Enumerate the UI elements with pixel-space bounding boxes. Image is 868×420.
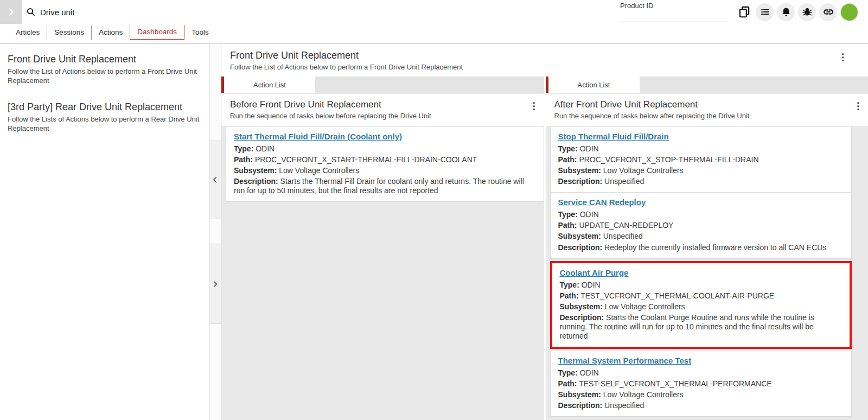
kebab-menu-icon[interactable]: ⋮ (838, 53, 847, 62)
expand-panel-button[interactable] (0, 0, 22, 24)
action-description: Description: Redeploy the currently inst… (558, 243, 844, 252)
sidebar-item-title: [3rd Party] Rear Drive Unit Replacement (8, 101, 201, 113)
sidebar-item-title: Front Drive Unit Replacement (8, 54, 201, 65)
link-icon[interactable] (819, 3, 837, 21)
before-action-list: Start Thermal Fluid Fill/Drain (Coolant … (221, 127, 544, 202)
status-circle[interactable] (840, 3, 858, 21)
sidebar-item-rear-drive-unit[interactable]: [3rd Party] Rear Drive Unit Replacement … (0, 98, 209, 138)
field-label: Description: (560, 313, 604, 322)
field-value: Unspecified (603, 232, 643, 240)
action-item-coolant-air-purge-highlighted: Coolant Air Purge Type: ODIN Path: TEST_… (550, 261, 852, 349)
before-column-body: Before Front Drive Unit Replacement Run … (221, 93, 544, 420)
top-header: Drive unit Product ID (0, 0, 868, 24)
field-value: Unspecified (604, 401, 644, 410)
search-bar[interactable]: Drive unit (26, 7, 74, 17)
action-description: Description: Starts the Coolant Purge Ro… (560, 313, 843, 341)
action-link[interactable]: Stop Thermal Fluid Fill/Drain (558, 132, 669, 141)
main-nav-tabs: Articles Sessions Actions Dashboards Too… (0, 24, 868, 44)
field-value: ODIN (580, 210, 599, 219)
action-link[interactable]: Start Thermal Fluid Fill/Drain (Coolant … (234, 132, 402, 141)
tab-articles[interactable]: Articles (9, 26, 47, 40)
field-value: Low Voltage Controllers (605, 302, 685, 311)
action-type: Type: ODIN (558, 368, 844, 378)
action-subsystem: Subsystem: Low Voltage Controllers (558, 166, 844, 175)
field-label: Type: (560, 281, 579, 289)
field-label: Path: (234, 155, 253, 164)
tab-actions[interactable]: Actions (91, 26, 130, 40)
action-path: Path: TEST-SELF_VCFRONT_X_THERMAL-PERFOR… (558, 379, 844, 389)
action-path: Path: PROC_VCFRONT_X_STOP-THERMAL-FILL-D… (558, 155, 844, 164)
field-label: Path: (560, 291, 579, 300)
field-value: Low Voltage Controllers (603, 390, 684, 399)
field-label: Subsystem: (558, 390, 601, 399)
before-tab-bar: Action List (221, 77, 544, 93)
panel-divider (209, 44, 221, 420)
notifications-bell-icon[interactable] (777, 3, 795, 21)
after-column-body: After Front Drive Unit Replacement Run t… (546, 93, 868, 420)
field-value: Low Voltage Controllers (279, 166, 359, 175)
card-description: Run the sequence of tasks below before r… (230, 112, 535, 120)
field-label: Path: (558, 155, 577, 164)
action-description: Description: Starts the Thermal Fill Dra… (234, 177, 536, 195)
card-description: Run the sequence of tasks below after re… (554, 112, 860, 120)
action-type: Type: ODIN (558, 210, 844, 219)
header-toolbar (736, 3, 858, 21)
field-label: Type: (558, 144, 578, 153)
action-subsystem: Subsystem: Low Voltage Controllers (560, 302, 843, 311)
action-link[interactable]: Coolant Air Purge (560, 268, 629, 277)
tab-tools[interactable]: Tools (184, 26, 216, 40)
search-query-text[interactable]: Drive unit (40, 8, 74, 17)
action-subsystem: Subsystem: Low Voltage Controllers (234, 166, 536, 175)
field-label: Subsystem: (558, 232, 601, 240)
field-value: ODIN (582, 281, 601, 289)
action-item-start-thermal: Start Thermal Fluid Fill/Drain (Coolant … (226, 127, 544, 202)
sidebar-item-description: Follow the List of Actions below to perf… (8, 67, 201, 85)
chevron-left-icon (212, 176, 218, 183)
kebab-menu-icon[interactable]: ⋮ (529, 101, 539, 111)
field-value: TEST_VCFRONT_X_THERMAL-COOLANT-AIR-PURGE (580, 291, 774, 300)
list-icon[interactable] (756, 3, 774, 21)
tab-dashboards[interactable]: Dashboards (130, 25, 184, 40)
field-label: Path: (558, 221, 577, 230)
chevron-right-icon (5, 6, 17, 18)
dashboard-description: Follow the List of Actions below to perf… (230, 63, 859, 71)
field-label: Type: (558, 368, 578, 377)
expand-sidebar-button[interactable] (209, 244, 221, 324)
copy-icon[interactable] (736, 4, 752, 20)
field-value: Low Voltage Controllers (603, 166, 684, 175)
product-id-input[interactable] (620, 12, 729, 22)
field-label: Path: (558, 379, 577, 388)
action-item-thermal-performance-test: Thermal System Performance Test Type: OD… (550, 351, 852, 417)
action-link[interactable]: Thermal System Performance Test (558, 356, 692, 365)
dashboard-main: Front Drive Unit Replacement Follow the … (221, 44, 868, 420)
bug-report-icon[interactable] (798, 3, 816, 21)
collapse-sidebar-button[interactable] (209, 141, 221, 219)
action-item-service-can-redeploy: Service CAN Redeploy Type: ODIN Path: UP… (550, 193, 852, 258)
field-value: ODIN (256, 144, 275, 153)
chevron-right-icon (212, 281, 218, 288)
field-value: PROC_VCFRONT_X_START-THERMAL-FILL-DRAIN-… (255, 155, 477, 164)
action-path: Path: TEST_VCFRONT_X_THERMAL-COOLANT-AIR… (560, 291, 843, 301)
tab-action-list-after[interactable]: Action List (548, 77, 640, 93)
card-title: Before Front Drive Unit Replacement (230, 99, 535, 110)
tab-action-list-before[interactable]: Action List (224, 77, 315, 93)
action-link[interactable]: Service CAN Redeploy (558, 198, 646, 207)
after-action-list: Stop Thermal Fluid Fill/Drain Type: ODIN… (546, 127, 868, 417)
field-label: Subsystem: (234, 166, 277, 175)
action-subsystem: Subsystem: Low Voltage Controllers (558, 390, 844, 399)
before-card-header: Before Front Drive Unit Replacement Run … (221, 94, 544, 127)
dashboard-header: Front Drive Unit Replacement Follow the … (221, 44, 868, 77)
field-value: TEST-SELF_VCFRONT_X_THERMAL-PERFORMANCE (579, 379, 772, 388)
dashboard-title: Front Drive Unit Replacement (230, 50, 859, 61)
column-after: Action List After Front Drive Unit Repla… (546, 77, 868, 420)
tab-sessions[interactable]: Sessions (47, 26, 91, 40)
action-type: Type: ODIN (234, 144, 536, 154)
kebab-menu-icon[interactable]: ⋮ (853, 101, 863, 111)
action-subsystem: Subsystem: Unspecified (558, 232, 844, 241)
sidebar-item-description: Follow the Lists of Actions below to per… (8, 114, 201, 133)
product-id-label: Product ID (620, 2, 729, 10)
field-value: PROC_VCFRONT_X_STOP-THERMAL-FILL-DRAIN (579, 155, 758, 164)
sidebar-item-front-drive-unit[interactable]: Front Drive Unit Replacement Follow the … (0, 50, 209, 91)
action-item-stop-thermal: Stop Thermal Fluid Fill/Drain Type: ODIN… (550, 127, 852, 193)
action-type: Type: ODIN (558, 144, 844, 154)
